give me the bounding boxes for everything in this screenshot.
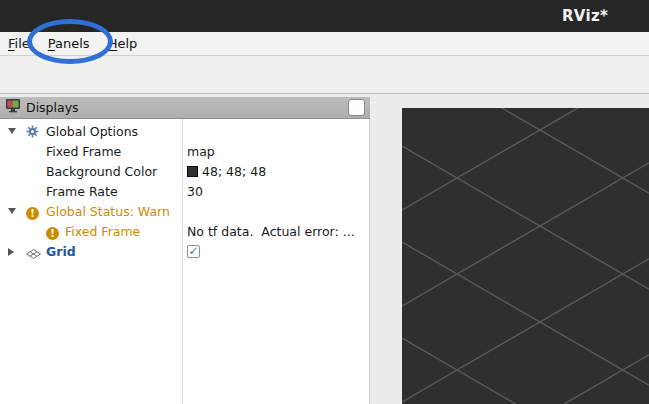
menu-bar: File Panels Help <box>0 32 649 56</box>
tree-row-global-options[interactable]: Global Options <box>0 122 369 142</box>
displays-panel-header[interactable]: Displays <box>0 97 370 119</box>
displays-tree: Global Options Fixed Frame map Backgroun… <box>0 119 369 404</box>
tree-row-global-status[interactable]: ! Global Status: Warn <box>0 202 369 222</box>
row-value[interactable]: 30 <box>187 184 203 199</box>
checkmark-icon: ✓ <box>188 244 198 258</box>
row-value[interactable]: 48; 48; 48 <box>187 164 266 179</box>
warning-icon: ! <box>26 205 39 220</box>
row-label: Background Color <box>46 164 157 179</box>
expander-icon[interactable] <box>8 208 16 214</box>
window-titlebar[interactable]: RViz* <box>0 0 649 32</box>
row-value: No tf data. Actual error: ... <box>187 224 355 239</box>
menu-help[interactable]: Help <box>99 34 147 54</box>
tree-row-frame-rate[interactable]: Frame Rate 30 <box>0 182 369 202</box>
toolbar: Interact Move Camera Select Focus Camera <box>0 56 649 94</box>
tree-row-fixed-frame[interactable]: Fixed Frame map <box>0 142 369 162</box>
row-label: Global Status: Warn <box>46 204 170 219</box>
grid-enabled-checkbox[interactable]: ✓ <box>187 245 200 258</box>
tree-row-background-color[interactable]: Background Color 48; 48; 48 <box>0 162 369 182</box>
tree-row-fixed-frame-status[interactable]: ! Fixed Frame No tf data. Actual error: … <box>0 222 369 242</box>
menu-panels[interactable]: Panels <box>39 34 99 54</box>
expander-icon[interactable] <box>8 128 16 134</box>
main-area: Displays Global Options Fixed Frame map <box>0 95 649 404</box>
panel-float-button[interactable] <box>348 99 365 116</box>
viewport-grid <box>402 108 649 404</box>
tree-row-grid[interactable]: Grid ✓ <box>0 242 369 262</box>
row-value[interactable]: map <box>187 144 215 159</box>
grid-display-icon <box>26 247 41 262</box>
row-label: Fixed Frame <box>65 224 140 239</box>
rviz-window: RViz* File Panels Help Interact Move Cam… <box>0 0 649 404</box>
row-label: Global Options <box>46 124 138 139</box>
color-swatch <box>187 166 198 177</box>
window-title: RViz* <box>562 7 608 25</box>
render-viewport-3d[interactable] <box>402 108 649 404</box>
warning-icon: ! <box>46 225 59 240</box>
row-label: Grid <box>46 244 76 259</box>
row-label: Frame Rate <box>46 184 118 199</box>
expander-icon[interactable] <box>8 248 14 256</box>
menu-file[interactable]: File <box>8 34 39 54</box>
row-label: Fixed Frame <box>46 144 121 159</box>
panel-title: Displays <box>26 100 79 115</box>
gear-icon <box>26 125 39 141</box>
monitor-icon <box>5 98 21 117</box>
displays-panel: Displays Global Options Fixed Frame map <box>0 97 370 404</box>
